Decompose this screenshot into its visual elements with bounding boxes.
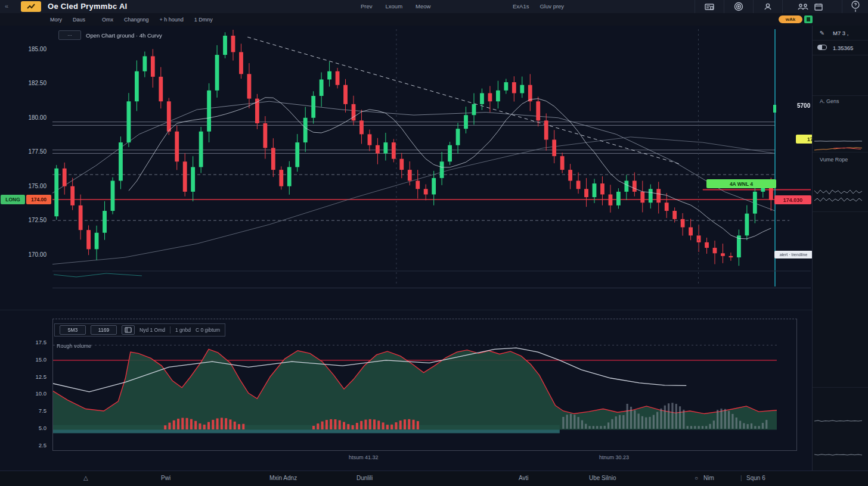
statusbar-item[interactable]: Ube Silnio	[589, 475, 616, 481]
watchlist-row[interactable]: 1.35365	[813, 40, 868, 55]
sparkline	[814, 196, 862, 204]
price-axis-label: 177.50	[0, 148, 46, 155]
divider	[813, 387, 868, 388]
position-banner[interactable]: 4A WNL 4	[706, 179, 776, 188]
statusbar-item[interactable]: Squn 6	[746, 475, 765, 481]
topbar-icon-group	[695, 0, 838, 13]
chart-legend: ··· Open Chart ground · 4h Curvy	[58, 30, 162, 40]
status-bar: △ Pwi Mxin Adnz Dunlili Avti Ube Silnio …	[0, 471, 868, 486]
target-icon[interactable]	[724, 0, 753, 13]
sparkline	[814, 417, 862, 425]
main-chart-canvas[interactable]	[52, 27, 811, 289]
people-icon[interactable]	[798, 3, 808, 10]
indicator-axis-label: 15.0	[0, 356, 46, 363]
user-icon[interactable]	[753, 0, 782, 13]
top-bar: « Oe Cled Prymmbc AI Prev Lxoum Meow ExA…	[0, 0, 868, 14]
indicator-axis-label: 2.5	[0, 442, 46, 448]
menu-item[interactable]: Gluv prey	[540, 3, 564, 10]
indicator-menu-item[interactable]: Nyd 1 Omd	[140, 327, 165, 333]
trading-app: « Oe Cled Prymmbc AI Prev Lxoum Meow ExA…	[0, 0, 868, 486]
time-axis-label: htsum 41.32	[349, 454, 379, 460]
menu-item[interactable]: Prev	[361, 3, 373, 10]
watchlist-row-label: 1.35365	[833, 45, 853, 51]
indicator-axis-label: 5.0	[0, 425, 46, 431]
pane-divider[interactable]	[0, 310, 812, 310]
current-price-badge: 174.00	[26, 195, 51, 204]
divider	[813, 95, 868, 96]
level-label: 5700	[797, 102, 810, 109]
position-side-badge: LONG	[1, 195, 25, 204]
indicator-menu-item[interactable]: C 0 gibtum	[196, 327, 220, 333]
indicator-axis-label: 12.5	[0, 373, 46, 380]
collapse-chevron-icon[interactable]: «	[5, 2, 8, 10]
divider	[813, 211, 868, 212]
level-tick	[773, 105, 776, 113]
indicator-axis-label: 17.5	[0, 339, 46, 345]
buy-chip-button[interactable]	[804, 15, 813, 23]
legend-text: Open Chart ground · 4h Curvy	[86, 32, 162, 39]
display-mode-icon[interactable]	[122, 325, 135, 335]
indicator-menu-item[interactable]: 1 gnbd	[175, 327, 191, 333]
calendar-icon[interactable]	[814, 3, 823, 11]
watchlist-sidebar: ✎ M7 3 , 1.35365 A. Gens Vume Rope	[812, 26, 868, 471]
watchlist-row-label: M7 3 ,	[833, 30, 848, 36]
chart-toolbar: Mory Daus Omx Changnng + h hound 1 Dmny …	[0, 13, 868, 26]
statusbar-item[interactable]: Mxin Adnz	[269, 475, 297, 481]
toolbar-item-type[interactable]: Omx	[102, 17, 113, 23]
watchlist-row[interactable]: ✎ M7 3 ,	[813, 26, 868, 40]
indicator-canvas[interactable]	[53, 319, 796, 450]
toolbar-item-add[interactable]: + h hound	[160, 17, 184, 23]
divider: |	[740, 475, 742, 481]
divider	[170, 326, 170, 334]
brand-logo[interactable]	[21, 1, 41, 12]
capsule-icon	[817, 45, 827, 51]
indicator-legend: Rough volume	[57, 343, 91, 349]
interval-chip[interactable]: 5M3	[60, 325, 86, 335]
menu-item[interactable]: Meow	[416, 3, 430, 10]
statusbar-item[interactable]: Avti	[519, 475, 529, 481]
help-icon	[851, 1, 860, 13]
indicator-axis-label: 7.5	[0, 407, 46, 414]
main-chart-pane: ··· Open Chart ground · 4h Curvy 5700 17…	[52, 27, 811, 289]
toolbar-item-indicators[interactable]: Changnng	[124, 17, 149, 23]
sparkline	[814, 188, 862, 197]
price-axis-label: 170.00	[0, 251, 46, 258]
toolbar-item-interval[interactable]: Daus	[73, 17, 85, 23]
time-axis-label: htnum 30.23	[599, 454, 629, 460]
menu-item[interactable]: ExA1s	[513, 3, 529, 10]
indicator-panel: 5M3 1169 Nyd 1 Omd 1 gnbd C 0 gibtum Rou…	[52, 319, 797, 451]
price-axis-label: 185.00	[0, 46, 46, 52]
toolbar-item-layout[interactable]: 1 Dmny	[194, 17, 213, 23]
sparkline	[814, 451, 862, 459]
sparkline	[814, 137, 862, 145]
buy-chip-icon	[807, 17, 810, 21]
secondary-menu: ExA1s Gluv prey	[513, 3, 564, 10]
statusbar-item[interactable]: Nim	[703, 475, 714, 481]
sidebar-section-title[interactable]: Vume Rope	[820, 157, 848, 163]
sidebar-section-title[interactable]: A. Gens	[820, 98, 839, 104]
statusbar-item[interactable]: Dunlili	[356, 475, 373, 481]
triangle-icon[interactable]: △	[83, 475, 88, 481]
toolbar-item-symbol[interactable]: Mory	[50, 17, 62, 23]
widgets-group	[782, 0, 838, 13]
indicator-axis-label: 10.0	[0, 390, 46, 397]
statusbar-item[interactable]: Pwi	[161, 475, 170, 481]
price-axis-label: 182.50	[0, 80, 46, 86]
legend-chip-button[interactable]: ···	[58, 30, 81, 40]
upgrade-button[interactable]: wAk	[779, 15, 802, 23]
main-menu: Prev Lxoum Meow	[361, 3, 430, 10]
interval-chip[interactable]: 1169	[91, 325, 117, 335]
drawing-tool-pill[interactable]: alert · trendline	[774, 251, 813, 258]
pen-icon: ✎	[817, 30, 827, 36]
price-axis-label: 172.50	[0, 217, 46, 223]
price-axis-label: 175.00	[0, 183, 46, 189]
app-title: Oe Cled Prymmbc AI	[48, 2, 128, 11]
indicator-controls: 5M3 1169 Nyd 1 Omd 1 gnbd C 0 gibtum	[54, 323, 225, 337]
help-button[interactable]	[842, 0, 868, 13]
screenshot-icon[interactable]	[695, 0, 724, 13]
menu-item[interactable]: Lxoum	[386, 3, 403, 10]
sparkline	[833, 145, 861, 153]
last-price-badge: 174.030	[774, 195, 811, 204]
price-axis-label: 180.00	[0, 114, 46, 121]
circle-icon: ○	[695, 475, 698, 481]
